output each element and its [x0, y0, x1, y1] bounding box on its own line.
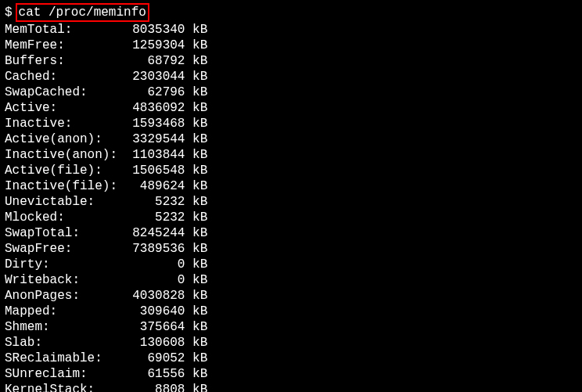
meminfo-label: AnonPages: — [5, 289, 125, 303]
meminfo-row: Active(file): 1506548 kB — [5, 163, 577, 178]
meminfo-row: MemTotal: 8035340 kB — [5, 22, 577, 38]
meminfo-unit: kB — [185, 148, 207, 162]
meminfo-label: SwapFree: — [5, 242, 125, 256]
meminfo-row: Active(anon): 3329544 kB — [5, 131, 577, 147]
meminfo-value: 0 — [125, 273, 185, 287]
meminfo-value: 1259304 — [125, 38, 185, 52]
meminfo-unit: kB — [185, 23, 207, 37]
meminfo-unit: kB — [185, 132, 207, 146]
meminfo-unit: kB — [185, 85, 207, 99]
meminfo-unit: kB — [185, 38, 207, 52]
meminfo-value: 68792 — [125, 54, 185, 68]
meminfo-row: Dirty: 0 kB — [5, 257, 577, 272]
command-text: cat /proc/meminfo — [16, 3, 149, 22]
meminfo-unit: kB — [185, 257, 207, 272]
meminfo-value: 4030828 — [125, 289, 185, 303]
meminfo-label: Inactive(anon): — [5, 148, 125, 162]
meminfo-label: KernelStack: — [5, 383, 125, 392]
meminfo-label: Buffers: — [5, 54, 125, 68]
meminfo-value: 4836092 — [125, 101, 185, 115]
meminfo-value: 0 — [125, 257, 185, 272]
meminfo-label: SwapTotal: — [5, 226, 125, 240]
meminfo-unit: kB — [185, 320, 207, 334]
meminfo-label: SReclaimable: — [5, 351, 125, 365]
meminfo-row: Writeback: 0 kB — [5, 272, 577, 288]
meminfo-unit: kB — [185, 226, 207, 240]
meminfo-label: Slab: — [5, 336, 125, 350]
meminfo-value: 1593468 — [125, 117, 185, 131]
meminfo-row: Slab: 130608 kB — [5, 335, 577, 351]
meminfo-row: MemFree: 1259304 kB — [5, 38, 577, 53]
meminfo-row: Inactive(anon): 1103844 kB — [5, 147, 577, 163]
meminfo-label: Inactive: — [5, 117, 125, 131]
meminfo-unit: kB — [185, 289, 207, 303]
meminfo-row: Inactive: 1593468 kB — [5, 116, 577, 131]
meminfo-label: Active(file): — [5, 164, 125, 178]
meminfo-unit: kB — [185, 351, 207, 365]
meminfo-label: Active(anon): — [5, 132, 125, 146]
meminfo-value: 69052 — [125, 351, 185, 365]
meminfo-value: 3329544 — [125, 132, 185, 146]
meminfo-label: SwapCached: — [5, 85, 125, 99]
meminfo-unit: kB — [185, 210, 207, 225]
meminfo-value: 5232 — [125, 195, 185, 209]
meminfo-label: MemTotal: — [5, 23, 125, 37]
meminfo-label: Unevictable: — [5, 195, 125, 209]
meminfo-row: Inactive(file): 489624 kB — [5, 178, 577, 194]
meminfo-label: Shmem: — [5, 320, 125, 334]
meminfo-row: Buffers: 68792 kB — [5, 53, 577, 69]
meminfo-value: 61556 — [125, 367, 185, 381]
meminfo-label: Inactive(file): — [5, 179, 125, 193]
meminfo-row: Unevictable: 5232 kB — [5, 194, 577, 210]
meminfo-label: Mlocked: — [5, 210, 125, 225]
command-prompt-line[interactable]: $ cat /proc/meminfo — [5, 3, 577, 22]
meminfo-value: 375664 — [125, 320, 185, 334]
meminfo-unit: kB — [185, 195, 207, 209]
meminfo-value: 8808 — [125, 383, 185, 392]
meminfo-unit: kB — [185, 336, 207, 350]
meminfo-label: Dirty: — [5, 257, 125, 272]
meminfo-row: Mlocked: 5232 kB — [5, 210, 577, 225]
meminfo-row: Mapped: 309640 kB — [5, 304, 577, 319]
meminfo-row: AnonPages: 4030828 kB — [5, 288, 577, 304]
meminfo-row: Shmem: 375664 kB — [5, 319, 577, 335]
meminfo-unit: kB — [185, 54, 207, 68]
meminfo-value: 62796 — [125, 85, 185, 99]
meminfo-value: 8245244 — [125, 226, 185, 240]
meminfo-unit: kB — [185, 242, 207, 256]
meminfo-label: Cached: — [5, 70, 125, 84]
meminfo-unit: kB — [185, 164, 207, 178]
meminfo-value: 130608 — [125, 336, 185, 350]
meminfo-label: MemFree: — [5, 38, 125, 52]
meminfo-row: SUnreclaim: 61556 kB — [5, 366, 577, 382]
meminfo-label: Active: — [5, 101, 125, 115]
meminfo-unit: kB — [185, 101, 207, 115]
meminfo-unit: kB — [185, 70, 207, 84]
meminfo-row: Cached: 2303044 kB — [5, 69, 577, 85]
meminfo-value: 309640 — [125, 304, 185, 318]
meminfo-label: SUnreclaim: — [5, 367, 125, 381]
meminfo-value: 2303044 — [125, 70, 185, 84]
meminfo-label: Writeback: — [5, 273, 125, 287]
meminfo-unit: kB — [185, 383, 207, 392]
meminfo-row: SReclaimable: 69052 kB — [5, 351, 577, 366]
meminfo-unit: kB — [185, 304, 207, 318]
meminfo-output: MemTotal: 8035340 kBMemFree: 1259304 kBB… — [5, 22, 577, 392]
meminfo-value: 489624 — [125, 179, 185, 193]
meminfo-row: SwapCached: 62796 kB — [5, 85, 577, 100]
meminfo-row: Active: 4836092 kB — [5, 100, 577, 116]
meminfo-row: KernelStack: 8808 kB — [5, 382, 577, 392]
meminfo-row: SwapTotal: 8245244 kB — [5, 225, 577, 241]
meminfo-value: 1506548 — [125, 164, 185, 178]
meminfo-value: 5232 — [125, 210, 185, 225]
meminfo-value: 1103844 — [125, 148, 185, 162]
prompt-symbol: $ — [5, 5, 13, 20]
meminfo-unit: kB — [185, 367, 207, 381]
meminfo-value: 7389536 — [125, 242, 185, 256]
meminfo-unit: kB — [185, 117, 207, 131]
meminfo-unit: kB — [185, 273, 207, 287]
meminfo-label: Mapped: — [5, 304, 125, 318]
meminfo-unit: kB — [185, 179, 207, 193]
meminfo-value: 8035340 — [125, 23, 185, 37]
meminfo-row: SwapFree: 7389536 kB — [5, 241, 577, 257]
